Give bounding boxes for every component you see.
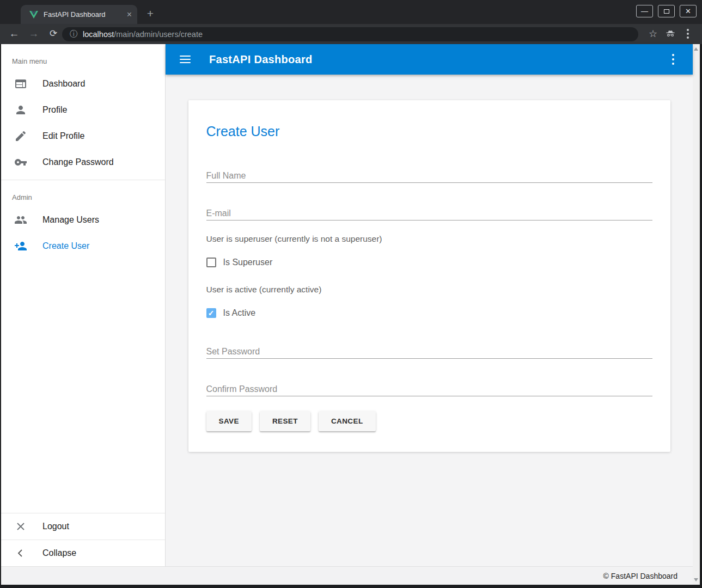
url-host: localhost (83, 30, 114, 39)
window-minimize-button[interactable]: — (636, 5, 653, 17)
kebab-dot (672, 58, 674, 60)
sidebar-item-label: Logout (42, 522, 69, 531)
maximize-icon (664, 9, 669, 14)
url-text: localhost/main/admin/users/create (83, 30, 203, 39)
email-input[interactable] (206, 206, 652, 220)
scroll-down-arrow-icon[interactable] (694, 578, 698, 581)
scroll-up-arrow-icon[interactable] (694, 47, 698, 51)
app-menu-button[interactable] (672, 54, 674, 65)
sidebar: Main menu Dashboard Profile Edit Profile… (1, 44, 166, 566)
hamburger-menu-icon[interactable] (180, 53, 191, 65)
dashboard-icon (14, 77, 27, 90)
browser-window: FastAPI Dashboard × + — ✕ ← → ⟳ ⓘ localh… (0, 0, 702, 588)
sidebar-item-manage-users[interactable]: Manage Users (1, 207, 165, 233)
sidebar-item-logout[interactable]: Logout (1, 513, 165, 540)
sidebar-item-label: Change Password (42, 157, 114, 167)
is-superuser-checkbox-row[interactable]: Is Superuser (206, 257, 652, 268)
person-icon (14, 103, 27, 117)
copyright-text: © FastAPI Dashboard (603, 572, 677, 580)
window-close-button[interactable]: ✕ (680, 5, 697, 17)
is-superuser-label: Is Superuser (223, 258, 273, 267)
set-password-field-wrap (206, 345, 652, 359)
browser-menu-button[interactable] (680, 26, 695, 41)
url-path: /main/admin/users/create (114, 30, 203, 39)
vertical-scrollbar[interactable] (693, 44, 700, 585)
sidebar-item-label: Dashboard (42, 79, 85, 89)
people-icon (14, 213, 27, 226)
address-bar[interactable]: ⓘ localhost/main/admin/users/create (62, 27, 638, 41)
cancel-button[interactable]: CANCEL (319, 411, 376, 431)
bookmark-star-icon[interactable]: ☆ (645, 26, 661, 41)
sidebar-item-change-password[interactable]: Change Password (1, 149, 165, 175)
kebab-dot (672, 63, 674, 65)
window-controls: — ✕ (636, 5, 697, 17)
key-icon (14, 156, 27, 169)
full-name-field-wrap (206, 169, 652, 183)
sidebar-item-label: Collapse (42, 548, 76, 558)
kebab-dot (687, 33, 689, 35)
form-buttons: SAVE RESET CANCEL (206, 411, 652, 431)
main-content: Create User User is superuser (currently… (166, 75, 693, 566)
tab-close-icon[interactable]: × (127, 10, 132, 19)
is-active-checkbox-row[interactable]: ✓ Is Active (206, 308, 652, 318)
browser-titlebar: FastAPI Dashboard × + — ✕ (0, 0, 702, 24)
person-add-icon (14, 240, 27, 253)
reset-button[interactable]: RESET (260, 411, 310, 431)
browser-toolbar: ← → ⟳ ⓘ localhost/main/admin/users/creat… (0, 24, 702, 44)
reload-button[interactable]: ⟳ (46, 26, 61, 41)
window-maximize-button[interactable] (658, 5, 675, 17)
kebab-dot (687, 36, 689, 39)
forward-button[interactable]: → (26, 26, 41, 41)
confirm-password-input[interactable] (206, 382, 652, 396)
save-button[interactable]: SAVE (206, 411, 252, 431)
sidebar-item-edit-profile[interactable]: Edit Profile (1, 123, 165, 149)
sidebar-item-label: Profile (42, 105, 67, 115)
sidebar-divider (1, 180, 165, 180)
kebab-dot (672, 54, 674, 56)
email-field-wrap (206, 206, 652, 220)
new-tab-button[interactable]: + (143, 7, 158, 22)
page-title: Create User (206, 100, 652, 139)
page-info-icon[interactable]: ⓘ (70, 29, 77, 39)
active-note: User is active (currently active) (206, 284, 652, 295)
sidebar-spacer (1, 259, 165, 513)
page-footer: © FastAPI Dashboard (1, 566, 693, 585)
checkbox-checked-icon[interactable]: ✓ (206, 308, 216, 318)
sidebar-item-label: Manage Users (42, 215, 99, 225)
sidebar-item-label: Edit Profile (42, 131, 84, 141)
app-title: FastAPI Dashboard (209, 53, 313, 66)
sidebar-item-label: Create User (42, 241, 89, 251)
is-active-label: Is Active (223, 308, 256, 318)
sidebar-section-admin: Admin (12, 193, 165, 201)
back-button[interactable]: ← (7, 26, 22, 41)
sidebar-item-create-user[interactable]: Create User (1, 233, 165, 259)
confirm-password-field-wrap (206, 382, 652, 396)
browser-tab[interactable]: FastAPI Dashboard × (21, 5, 137, 24)
close-x-icon (14, 520, 27, 533)
chevron-left-icon (14, 547, 27, 560)
sidebar-item-profile[interactable]: Profile (1, 97, 165, 123)
pencil-icon (14, 130, 27, 143)
incognito-icon (663, 26, 678, 41)
full-name-input[interactable] (206, 169, 652, 183)
sidebar-item-dashboard[interactable]: Dashboard (1, 71, 165, 97)
vue-favicon-icon (29, 11, 38, 19)
set-password-input[interactable] (206, 345, 652, 359)
create-user-card: Create User User is superuser (currently… (188, 100, 670, 452)
app-bar: FastAPI Dashboard (166, 44, 693, 75)
sidebar-section-main-menu: Main menu (12, 57, 165, 65)
sidebar-item-collapse[interactable]: Collapse (1, 540, 165, 566)
kebab-dot (687, 29, 689, 31)
tab-title: FastAPI Dashboard (44, 10, 127, 19)
checkbox-unchecked-icon[interactable] (206, 258, 216, 267)
superuser-note: User is superuser (currently is not a su… (206, 234, 652, 244)
